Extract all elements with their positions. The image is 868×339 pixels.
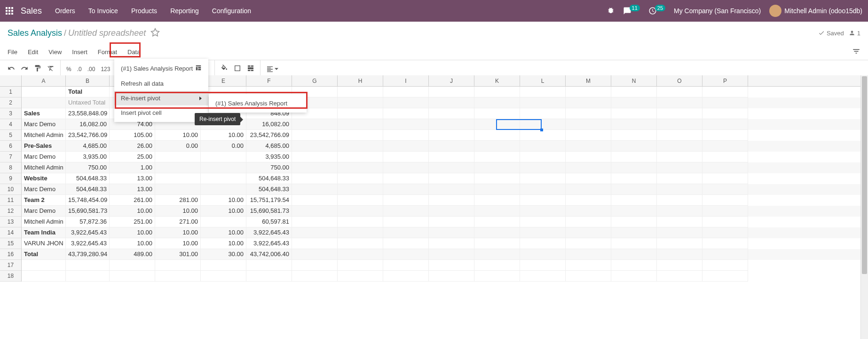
nav-orders[interactable]: Orders xyxy=(55,7,75,15)
menu-data[interactable]: Data xyxy=(127,48,140,56)
clear-format-icon[interactable] xyxy=(47,65,55,73)
dropdown-pivot-report-label: (#1) Sales Analysis Report xyxy=(121,65,193,72)
breadcrumb-root[interactable]: Sales Analysis xyxy=(8,28,62,38)
nav-products[interactable]: Products xyxy=(131,7,157,15)
dropdown-pivot-report[interactable]: (#1) Sales Analysis Report xyxy=(114,61,208,76)
col-header-J[interactable]: J xyxy=(429,75,474,78)
col-header-K[interactable]: K xyxy=(474,75,520,78)
col-header-I[interactable]: I xyxy=(383,75,429,78)
app-brand[interactable]: Sales xyxy=(21,6,42,16)
avatar xyxy=(769,5,781,17)
menu-insert[interactable]: Insert xyxy=(72,48,87,56)
nav-to-invoice[interactable]: To Invoice xyxy=(88,7,118,15)
vertical-scrollbar[interactable] xyxy=(860,75,868,78)
borders-icon[interactable] xyxy=(234,65,241,73)
redo-icon[interactable] xyxy=(21,65,28,73)
breadcrumb-bar: Sales Analysis / Untitled spreadsheet Sa… xyxy=(0,22,868,44)
col-header-M[interactable]: M xyxy=(566,75,611,78)
menubar: File Edit View Insert Format Data xyxy=(0,44,868,60)
apps-icon[interactable] xyxy=(6,7,13,15)
dec-more[interactable]: .00 xyxy=(87,66,95,73)
menu-view[interactable]: View xyxy=(48,48,62,56)
nav-configuration[interactable]: Configuration xyxy=(212,7,251,15)
col-header-B[interactable]: B xyxy=(66,75,110,78)
activities-badge: 25 xyxy=(655,5,665,11)
dec-less[interactable]: .0 xyxy=(77,66,82,73)
paint-format-icon[interactable] xyxy=(34,65,41,73)
dropdown-refresh-all[interactable]: Refresh all data xyxy=(114,76,208,78)
select-all-corner[interactable] xyxy=(0,75,22,78)
col-header-P[interactable]: P xyxy=(702,75,748,78)
saved-info: Saved 1 xyxy=(818,30,860,37)
bug-icon[interactable] xyxy=(607,7,615,16)
fill-color-icon[interactable] xyxy=(221,65,228,73)
check-icon xyxy=(818,30,825,36)
users-count-label: 1 xyxy=(857,30,860,37)
pivot-table-icon xyxy=(195,65,202,73)
percent-format[interactable]: % xyxy=(66,66,71,73)
saved-status: Saved xyxy=(818,30,844,37)
num-format[interactable]: 123 xyxy=(101,66,110,73)
activities-icon[interactable]: 25 xyxy=(648,7,665,15)
user-icon xyxy=(849,30,855,36)
scrollbar-thumb[interactable] xyxy=(862,76,867,78)
col-header-O[interactable]: O xyxy=(657,75,702,78)
col-header-G[interactable]: G xyxy=(292,75,338,78)
messages-icon[interactable]: 11 xyxy=(623,7,640,15)
top-navbar: Sales Orders To Invoice Products Reporti… xyxy=(0,0,868,22)
data-dropdown-menu: (#1) Sales Analysis Report Refresh all d… xyxy=(114,59,208,78)
nav-menu: Orders To Invoice Products Reporting Con… xyxy=(55,7,251,15)
col-header-N[interactable]: N xyxy=(611,75,657,78)
filter-icon[interactable] xyxy=(852,47,860,57)
favorite-star-icon[interactable] xyxy=(150,28,160,39)
nav-reporting[interactable]: Reporting xyxy=(170,7,199,15)
col-header-H[interactable]: H xyxy=(338,75,383,78)
col-header-L[interactable]: L xyxy=(520,75,566,78)
topbar-right: 11 25 My Company (San Francisco) Mitchel… xyxy=(607,5,862,17)
user-menu[interactable]: Mitchell Admin (odoo15db) xyxy=(769,5,862,17)
col-header-A[interactable]: A xyxy=(22,75,66,78)
col-header-F[interactable]: F xyxy=(246,75,292,78)
menu-file[interactable]: File xyxy=(8,48,17,56)
user-label: Mitchell Admin (odoo15db) xyxy=(784,7,862,15)
users-count: 1 xyxy=(849,30,860,37)
breadcrumb-current: Untitled spreadsheet xyxy=(68,28,146,38)
menu-format[interactable]: Format xyxy=(98,48,117,56)
company-selector[interactable]: My Company (San Francisco) xyxy=(674,7,761,15)
merge-cells-icon[interactable] xyxy=(247,65,254,73)
align-icon[interactable] xyxy=(266,65,278,73)
undo-icon[interactable] xyxy=(8,65,15,73)
messages-badge: 11 xyxy=(630,5,640,11)
saved-label: Saved xyxy=(827,30,844,37)
breadcrumb-sep: / xyxy=(64,28,66,38)
menu-edit[interactable]: Edit xyxy=(28,48,38,56)
